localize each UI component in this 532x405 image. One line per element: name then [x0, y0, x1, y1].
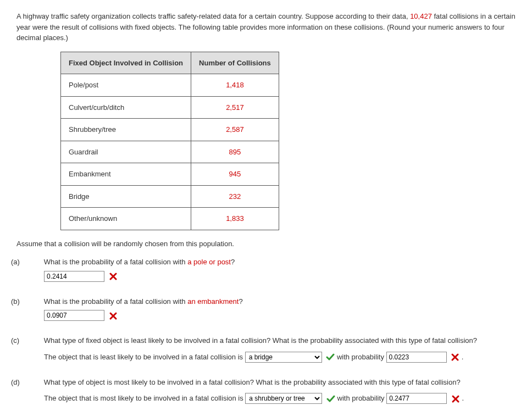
table-header-object: Fixed Object Involved in Collision: [61, 52, 191, 74]
table-row: Shrubbery/tree 2,587: [61, 119, 279, 141]
question-a-highlight: a pole or post: [187, 258, 231, 266]
question-a-prefix: What is the probability of a fatal colli…: [44, 258, 188, 266]
question-d: (d) What type of object is most likely t…: [16, 377, 516, 388]
answer-d-row: The object that is most likely to be inv…: [16, 393, 516, 404]
table-row: Embankment 945: [61, 163, 279, 186]
table-cell-value: 1,418: [191, 74, 279, 97]
answer-a-row: [16, 271, 516, 282]
table-cell-label: Embankment: [61, 163, 191, 186]
answer-d-prefix: The object that is most likely to be inv…: [44, 394, 245, 402]
question-a: (a) What is the probability of a fatal c…: [16, 257, 516, 268]
answer-a-input[interactable]: [44, 271, 104, 282]
table-cell-value: 2,587: [191, 119, 279, 141]
answer-b-input[interactable]: [44, 310, 104, 321]
answer-c-period: .: [462, 353, 464, 361]
incorrect-icon: [109, 312, 118, 320]
assumption-text: Assume that a collision will be randomly…: [16, 238, 516, 249]
question-b: (b) What is the probability of a fatal c…: [16, 296, 516, 307]
answer-c-select[interactable]: a bridge: [245, 352, 322, 363]
fatal-count: 10,427: [410, 12, 432, 20]
intro-text-1: A highway traffic safety organization co…: [16, 12, 410, 20]
answer-d-prob-input[interactable]: [386, 393, 447, 404]
answer-c-row: The object that is least likely to be in…: [16, 352, 516, 363]
table-row: Bridge 232: [61, 185, 279, 208]
table-cell-value: 895: [191, 141, 279, 163]
question-a-label: (a): [27, 257, 42, 268]
collision-data-table: Fixed Object Involved in Collision Numbe…: [60, 52, 279, 230]
table-cell-value: 2,517: [191, 96, 279, 119]
answer-d-select[interactable]: a shrubbery or tree: [245, 393, 322, 404]
table-cell-label: Bridge: [61, 185, 191, 208]
question-d-text: What type of object is most likely to be…: [44, 378, 461, 386]
table-row: Pole/post 1,418: [61, 74, 279, 97]
table-cell-value: 1,833: [191, 208, 279, 230]
correct-icon: [326, 353, 335, 362]
table-row: Guardrail 895: [61, 141, 279, 163]
answer-b-row: [16, 310, 516, 321]
table-row: Culvert/curb/ditch 2,517: [61, 96, 279, 119]
question-c: (c) What type of fixed object is least l…: [16, 335, 516, 346]
question-b-label: (b): [27, 296, 42, 307]
table-header-count: Number of Collisions: [191, 52, 279, 74]
question-a-suffix: ?: [231, 258, 235, 266]
question-b-prefix: What is the probability of a fatal colli…: [44, 297, 188, 306]
incorrect-icon: [109, 272, 118, 281]
incorrect-icon: [451, 353, 459, 362]
table-cell-label: Culvert/curb/ditch: [61, 96, 191, 119]
table-cell-label: Other/unknown: [61, 208, 191, 230]
table-cell-label: Pole/post: [61, 74, 191, 97]
correct-icon: [326, 395, 335, 403]
table-cell-label: Guardrail: [61, 141, 191, 163]
table-cell-label: Shrubbery/tree: [61, 119, 191, 141]
question-b-highlight: an embankment: [187, 297, 239, 306]
question-d-label: (d): [27, 377, 42, 388]
answer-c-prefix: The object that is least likely to be in…: [44, 353, 245, 361]
question-c-text: What type of fixed object is least likel…: [44, 336, 477, 345]
table-cell-value: 232: [191, 185, 279, 208]
answer-d-period: .: [462, 394, 464, 402]
question-b-suffix: ?: [239, 297, 242, 306]
problem-intro: A highway traffic safety organization co…: [16, 11, 516, 43]
table-row: Other/unknown 1,833: [61, 208, 279, 230]
question-c-label: (c): [27, 335, 42, 346]
answer-d-prob-text: with probability: [337, 394, 387, 402]
answer-c-prob-input[interactable]: [386, 352, 447, 363]
answer-c-prob-text: with probability: [337, 353, 386, 361]
incorrect-icon: [451, 395, 460, 403]
table-cell-value: 945: [191, 163, 279, 186]
